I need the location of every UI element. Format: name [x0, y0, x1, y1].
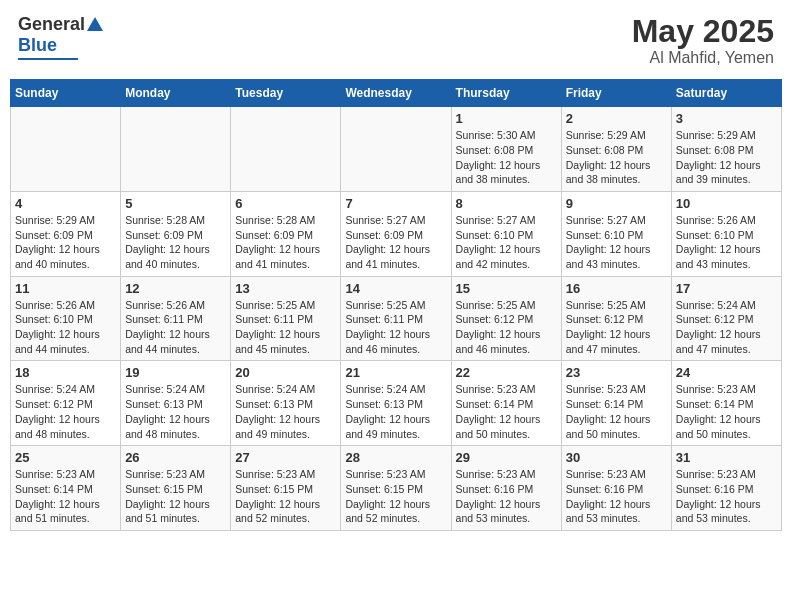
day-info: Sunrise: 5:23 AMSunset: 6:16 PMDaylight:…: [676, 467, 777, 526]
day-info: Sunrise: 5:28 AMSunset: 6:09 PMDaylight:…: [235, 213, 336, 272]
day-info: Sunrise: 5:24 AMSunset: 6:13 PMDaylight:…: [125, 382, 226, 441]
day-number: 21: [345, 365, 446, 380]
day-number: 5: [125, 196, 226, 211]
day-info: Sunrise: 5:24 AMSunset: 6:13 PMDaylight:…: [235, 382, 336, 441]
day-info: Sunrise: 5:23 AMSunset: 6:15 PMDaylight:…: [125, 467, 226, 526]
logo-general-text: General: [18, 14, 85, 35]
calendar-cell: 15Sunrise: 5:25 AMSunset: 6:12 PMDayligh…: [451, 276, 561, 361]
day-number: 15: [456, 281, 557, 296]
calendar-cell: 1Sunrise: 5:30 AMSunset: 6:08 PMDaylight…: [451, 107, 561, 192]
day-info: Sunrise: 5:23 AMSunset: 6:15 PMDaylight:…: [345, 467, 446, 526]
day-number: 6: [235, 196, 336, 211]
day-number: 16: [566, 281, 667, 296]
day-info: Sunrise: 5:23 AMSunset: 6:14 PMDaylight:…: [676, 382, 777, 441]
column-header-tuesday: Tuesday: [231, 80, 341, 107]
calendar-cell: 28Sunrise: 5:23 AMSunset: 6:15 PMDayligh…: [341, 446, 451, 531]
day-number: 20: [235, 365, 336, 380]
day-number: 29: [456, 450, 557, 465]
calendar-cell: 6Sunrise: 5:28 AMSunset: 6:09 PMDaylight…: [231, 191, 341, 276]
calendar-cell: 20Sunrise: 5:24 AMSunset: 6:13 PMDayligh…: [231, 361, 341, 446]
day-number: 9: [566, 196, 667, 211]
calendar-cell: 7Sunrise: 5:27 AMSunset: 6:09 PMDaylight…: [341, 191, 451, 276]
day-info: Sunrise: 5:23 AMSunset: 6:16 PMDaylight:…: [456, 467, 557, 526]
calendar-week-row: 25Sunrise: 5:23 AMSunset: 6:14 PMDayligh…: [11, 446, 782, 531]
day-number: 11: [15, 281, 116, 296]
day-number: 28: [345, 450, 446, 465]
calendar-cell: 22Sunrise: 5:23 AMSunset: 6:14 PMDayligh…: [451, 361, 561, 446]
day-info: Sunrise: 5:24 AMSunset: 6:12 PMDaylight:…: [676, 298, 777, 357]
calendar-cell: 21Sunrise: 5:24 AMSunset: 6:13 PMDayligh…: [341, 361, 451, 446]
calendar-cell: 8Sunrise: 5:27 AMSunset: 6:10 PMDaylight…: [451, 191, 561, 276]
calendar-cell: 14Sunrise: 5:25 AMSunset: 6:11 PMDayligh…: [341, 276, 451, 361]
logo: General Blue: [18, 14, 103, 60]
day-info: Sunrise: 5:23 AMSunset: 6:14 PMDaylight:…: [566, 382, 667, 441]
calendar-cell: 25Sunrise: 5:23 AMSunset: 6:14 PMDayligh…: [11, 446, 121, 531]
day-info: Sunrise: 5:25 AMSunset: 6:12 PMDaylight:…: [566, 298, 667, 357]
day-number: 22: [456, 365, 557, 380]
day-info: Sunrise: 5:25 AMSunset: 6:11 PMDaylight:…: [235, 298, 336, 357]
column-header-thursday: Thursday: [451, 80, 561, 107]
calendar-cell: 11Sunrise: 5:26 AMSunset: 6:10 PMDayligh…: [11, 276, 121, 361]
calendar-cell: 24Sunrise: 5:23 AMSunset: 6:14 PMDayligh…: [671, 361, 781, 446]
day-info: Sunrise: 5:23 AMSunset: 6:14 PMDaylight:…: [15, 467, 116, 526]
day-info: Sunrise: 5:26 AMSunset: 6:10 PMDaylight:…: [15, 298, 116, 357]
calendar-cell: 31Sunrise: 5:23 AMSunset: 6:16 PMDayligh…: [671, 446, 781, 531]
calendar-header-row: SundayMondayTuesdayWednesdayThursdayFrid…: [11, 80, 782, 107]
day-info: Sunrise: 5:25 AMSunset: 6:12 PMDaylight:…: [456, 298, 557, 357]
calendar-cell: 3Sunrise: 5:29 AMSunset: 6:08 PMDaylight…: [671, 107, 781, 192]
column-header-friday: Friday: [561, 80, 671, 107]
calendar-cell: 19Sunrise: 5:24 AMSunset: 6:13 PMDayligh…: [121, 361, 231, 446]
calendar-cell: 2Sunrise: 5:29 AMSunset: 6:08 PMDaylight…: [561, 107, 671, 192]
day-number: 23: [566, 365, 667, 380]
day-number: 18: [15, 365, 116, 380]
day-info: Sunrise: 5:28 AMSunset: 6:09 PMDaylight:…: [125, 213, 226, 272]
day-number: 27: [235, 450, 336, 465]
day-info: Sunrise: 5:23 AMSunset: 6:14 PMDaylight:…: [456, 382, 557, 441]
day-info: Sunrise: 5:29 AMSunset: 6:08 PMDaylight:…: [566, 128, 667, 187]
calendar-cell: 5Sunrise: 5:28 AMSunset: 6:09 PMDaylight…: [121, 191, 231, 276]
day-info: Sunrise: 5:27 AMSunset: 6:09 PMDaylight:…: [345, 213, 446, 272]
day-number: 8: [456, 196, 557, 211]
day-info: Sunrise: 5:24 AMSunset: 6:12 PMDaylight:…: [15, 382, 116, 441]
day-info: Sunrise: 5:29 AMSunset: 6:08 PMDaylight:…: [676, 128, 777, 187]
logo-triangle-icon: [87, 17, 103, 31]
calendar-cell: 12Sunrise: 5:26 AMSunset: 6:11 PMDayligh…: [121, 276, 231, 361]
day-info: Sunrise: 5:26 AMSunset: 6:11 PMDaylight:…: [125, 298, 226, 357]
column-header-sunday: Sunday: [11, 80, 121, 107]
month-title: May 2025: [632, 14, 774, 49]
calendar-cell: 17Sunrise: 5:24 AMSunset: 6:12 PMDayligh…: [671, 276, 781, 361]
title-area: May 2025 Al Mahfid, Yemen: [632, 14, 774, 67]
day-number: 24: [676, 365, 777, 380]
logo-blue-text: Blue: [18, 35, 57, 56]
day-number: 1: [456, 111, 557, 126]
location-title: Al Mahfid, Yemen: [632, 49, 774, 67]
day-number: 10: [676, 196, 777, 211]
calendar-cell: 9Sunrise: 5:27 AMSunset: 6:10 PMDaylight…: [561, 191, 671, 276]
calendar-table: SundayMondayTuesdayWednesdayThursdayFrid…: [10, 79, 782, 531]
column-header-monday: Monday: [121, 80, 231, 107]
day-number: 13: [235, 281, 336, 296]
day-info: Sunrise: 5:26 AMSunset: 6:10 PMDaylight:…: [676, 213, 777, 272]
day-info: Sunrise: 5:27 AMSunset: 6:10 PMDaylight:…: [566, 213, 667, 272]
day-number: 25: [15, 450, 116, 465]
day-number: 30: [566, 450, 667, 465]
calendar-week-row: 1Sunrise: 5:30 AMSunset: 6:08 PMDaylight…: [11, 107, 782, 192]
calendar-cell: [121, 107, 231, 192]
day-number: 2: [566, 111, 667, 126]
column-header-wednesday: Wednesday: [341, 80, 451, 107]
day-number: 17: [676, 281, 777, 296]
day-number: 12: [125, 281, 226, 296]
day-info: Sunrise: 5:25 AMSunset: 6:11 PMDaylight:…: [345, 298, 446, 357]
day-number: 3: [676, 111, 777, 126]
calendar-cell: [11, 107, 121, 192]
calendar-cell: 18Sunrise: 5:24 AMSunset: 6:12 PMDayligh…: [11, 361, 121, 446]
day-number: 4: [15, 196, 116, 211]
calendar-cell: [341, 107, 451, 192]
page-header: General Blue May 2025 Al Mahfid, Yemen: [10, 10, 782, 71]
calendar-cell: 13Sunrise: 5:25 AMSunset: 6:11 PMDayligh…: [231, 276, 341, 361]
day-info: Sunrise: 5:24 AMSunset: 6:13 PMDaylight:…: [345, 382, 446, 441]
calendar-cell: 30Sunrise: 5:23 AMSunset: 6:16 PMDayligh…: [561, 446, 671, 531]
calendar-week-row: 11Sunrise: 5:26 AMSunset: 6:10 PMDayligh…: [11, 276, 782, 361]
column-header-saturday: Saturday: [671, 80, 781, 107]
day-number: 7: [345, 196, 446, 211]
